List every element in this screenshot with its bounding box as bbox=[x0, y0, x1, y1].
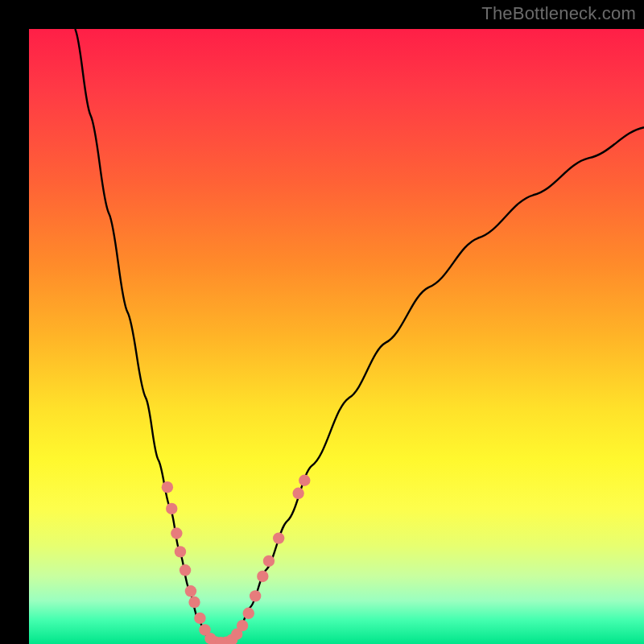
data-marker bbox=[194, 613, 205, 624]
data-marker bbox=[237, 620, 248, 631]
watermark-text: TheBottleneck.com bbox=[481, 3, 636, 24]
chart-frame: TheBottleneck.com bbox=[0, 0, 644, 644]
data-marker bbox=[188, 597, 200, 608]
data-marker bbox=[166, 503, 177, 514]
bottleneck-curve bbox=[75, 29, 644, 642]
data-marker bbox=[273, 532, 284, 543]
data-marker bbox=[162, 481, 173, 493]
data-marker bbox=[263, 555, 275, 567]
data-marker bbox=[292, 488, 303, 499]
data-markers bbox=[162, 475, 311, 644]
data-marker bbox=[185, 585, 196, 597]
curve-layer bbox=[75, 29, 644, 642]
data-marker bbox=[175, 546, 186, 557]
plot-area bbox=[29, 29, 644, 644]
data-marker bbox=[299, 475, 310, 486]
data-marker bbox=[257, 571, 268, 582]
data-marker bbox=[180, 564, 191, 576]
data-marker bbox=[243, 608, 254, 619]
bottleneck-curve-svg bbox=[29, 29, 644, 644]
data-marker bbox=[171, 527, 182, 539]
data-marker bbox=[250, 590, 261, 601]
